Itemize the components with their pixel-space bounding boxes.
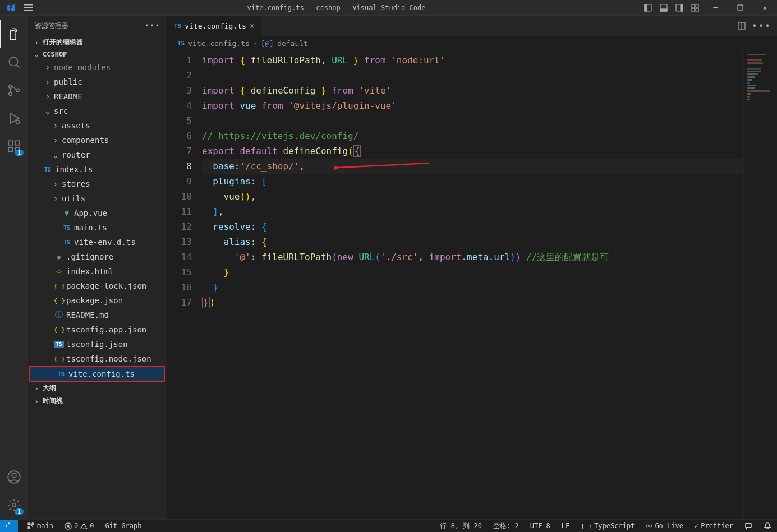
minimize-button[interactable]: ─ bbox=[703, 0, 728, 16]
breadcrumbs[interactable]: TS vite.config.ts › [@] default bbox=[167, 36, 777, 50]
branch-button[interactable]: main bbox=[25, 522, 56, 530]
language-button[interactable]: { } TypeScript bbox=[578, 522, 637, 530]
remote-button[interactable] bbox=[0, 520, 18, 533]
file-tree-item[interactable]: ›README bbox=[28, 89, 167, 104]
source-control-icon[interactable] bbox=[0, 76, 28, 104]
svg-rect-41 bbox=[746, 524, 752, 528]
breadcrumb-symbol[interactable]: default bbox=[277, 39, 308, 48]
layout-customize-icon[interactable] bbox=[687, 0, 703, 16]
section-outline[interactable]: › 大纲 bbox=[28, 382, 167, 395]
svg-point-27 bbox=[12, 503, 16, 507]
prettier-button[interactable]: ✓ Prettier bbox=[692, 522, 735, 530]
ts-icon: TS bbox=[177, 40, 185, 47]
minimap[interactable] bbox=[743, 50, 777, 519]
close-button[interactable]: ✕ bbox=[752, 0, 777, 16]
cursor-position[interactable]: 行 8, 列 20 bbox=[438, 521, 484, 531]
golive-button[interactable]: Go Live bbox=[643, 522, 686, 530]
breadcrumb-file[interactable]: vite.config.ts bbox=[188, 39, 250, 48]
code-area[interactable]: import { fileURLToPath, URL } from 'node… bbox=[202, 50, 777, 519]
svg-point-33 bbox=[28, 527, 30, 529]
chevron-right-icon: › bbox=[253, 39, 258, 48]
maximize-button[interactable] bbox=[728, 0, 752, 16]
file-tree-item[interactable]: { }package-lock.json bbox=[28, 279, 167, 293]
split-editor-icon[interactable] bbox=[737, 21, 746, 30]
svg-rect-24 bbox=[15, 141, 20, 145]
file-tree-item[interactable]: { }tsconfig.app.json bbox=[28, 322, 167, 337]
settings-badge: 1 bbox=[15, 508, 24, 515]
extensions-icon[interactable]: 1 bbox=[0, 132, 28, 160]
account-icon[interactable] bbox=[0, 463, 28, 491]
section-label: 大纲 bbox=[43, 383, 56, 393]
file-tree-item[interactable]: ›assets bbox=[28, 118, 167, 133]
section-project[interactable]: ⌄ CCSHOP bbox=[28, 49, 167, 60]
svg-rect-0 bbox=[24, 4, 33, 6]
menu-icon[interactable] bbox=[24, 3, 33, 12]
titlebar: vite.config.ts - ccshop - Visual Studio … bbox=[0, 0, 777, 16]
file-tree-item[interactable]: ▼App.vue bbox=[28, 206, 167, 220]
file-tree-item[interactable]: { }tsconfig.node.json bbox=[28, 351, 167, 366]
file-tree-item[interactable]: TSindex.ts bbox=[28, 162, 167, 177]
svg-rect-11 bbox=[692, 8, 695, 11]
warning-count: 0 bbox=[90, 522, 94, 530]
file-tree-item[interactable]: TSvite.config.ts bbox=[30, 367, 164, 381]
window-title: vite.config.ts - ccshop - Visual Studio … bbox=[33, 4, 640, 12]
indentation-button[interactable]: 空格: 2 bbox=[491, 521, 521, 531]
svg-rect-1 bbox=[24, 7, 33, 8]
svg-rect-9 bbox=[692, 4, 695, 7]
section-label: CCSHOP bbox=[43, 50, 67, 58]
file-tree-item[interactable]: ›components bbox=[28, 133, 167, 147]
close-icon[interactable]: × bbox=[250, 21, 254, 30]
file-tree-item[interactable]: ⓘREADME.md bbox=[28, 308, 167, 322]
file-tree-item[interactable]: <>index.html bbox=[28, 264, 167, 279]
feedback-icon[interactable] bbox=[742, 522, 755, 530]
encoding-button[interactable]: UTF-8 bbox=[528, 522, 553, 530]
prettier-label: Prettier bbox=[701, 522, 733, 530]
file-tree-item[interactable]: ◆.gitignore bbox=[28, 249, 167, 264]
editor-area: TS vite.config.ts × ••• TS vite.config.t… bbox=[167, 16, 777, 519]
section-timeline[interactable]: › 时间线 bbox=[28, 395, 167, 408]
chevron-right-icon: › bbox=[33, 39, 40, 47]
file-tree-item[interactable]: ›utils bbox=[28, 191, 167, 206]
eol-button[interactable]: LF bbox=[559, 522, 572, 530]
language-label: TypeScript bbox=[594, 522, 635, 530]
svg-rect-13 bbox=[738, 5, 743, 10]
svg-rect-10 bbox=[696, 4, 698, 7]
svg-rect-12 bbox=[696, 8, 698, 11]
file-tree-item[interactable]: ›stores bbox=[28, 177, 167, 191]
more-icon[interactable]: ••• bbox=[145, 22, 160, 30]
search-icon[interactable] bbox=[0, 48, 28, 76]
section-open-editors[interactable]: › 打开的编辑器 bbox=[28, 36, 167, 49]
annotation-arrow bbox=[334, 161, 429, 171]
svg-point-40 bbox=[649, 525, 650, 527]
sidebar: 资源管理器 ••• › 打开的编辑器 ⌄ CCSHOP ›node_module… bbox=[28, 16, 167, 519]
extensions-badge: 1 bbox=[15, 150, 24, 156]
file-tree-item[interactable]: { }package.json bbox=[28, 293, 167, 308]
file-tree-item[interactable]: TStsconfig.json bbox=[28, 337, 167, 351]
problems-button[interactable]: 0 0 bbox=[62, 522, 96, 530]
file-tree-item[interactable]: TSvite-env.d.ts bbox=[28, 235, 167, 249]
svg-rect-22 bbox=[8, 147, 13, 152]
svg-point-17 bbox=[9, 92, 12, 95]
tab-vite-config[interactable]: TS vite.config.ts × bbox=[167, 16, 261, 36]
layout-panel-bottom-icon[interactable] bbox=[656, 0, 672, 16]
file-tree-item[interactable]: ›public bbox=[28, 75, 167, 89]
file-tree-item[interactable]: TSmain.ts bbox=[28, 220, 167, 235]
svg-point-26 bbox=[12, 473, 16, 478]
file-tree-item[interactable]: ›node_modules bbox=[28, 60, 167, 75]
layout-panel-left-icon[interactable] bbox=[640, 0, 656, 16]
file-tree-item[interactable]: ⌄src bbox=[28, 104, 167, 118]
run-debug-icon[interactable] bbox=[0, 104, 28, 132]
bell-icon[interactable] bbox=[761, 522, 774, 530]
more-icon[interactable]: ••• bbox=[752, 21, 771, 31]
layout-panel-right-icon[interactable] bbox=[672, 0, 687, 16]
branch-label: main bbox=[37, 522, 53, 530]
chevron-down-icon: ⌄ bbox=[33, 50, 40, 58]
editor-body[interactable]: 1234567891011121314151617 import { fileU… bbox=[167, 50, 777, 519]
explorer-icon[interactable] bbox=[0, 20, 28, 48]
section-label: 打开的编辑器 bbox=[43, 38, 83, 47]
settings-gear-icon[interactable]: 1 bbox=[0, 491, 28, 519]
gitgraph-button[interactable]: Git Graph bbox=[103, 522, 144, 530]
svg-rect-4 bbox=[645, 4, 647, 11]
chevron-right-icon: › bbox=[33, 385, 40, 392]
file-tree-item[interactable]: ⌄router bbox=[28, 147, 167, 162]
